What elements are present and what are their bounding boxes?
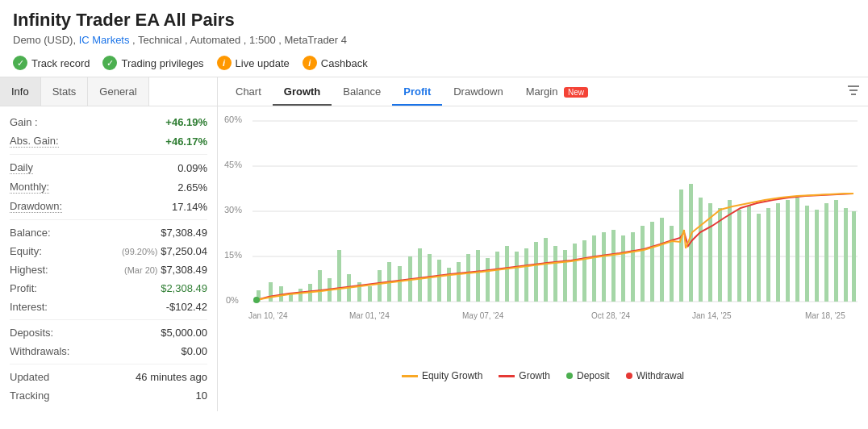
tab-stats[interactable]: Stats [41,77,89,106]
interest-value: -$102.42 [166,301,207,313]
withdrawal-dot-icon [626,373,632,379]
svg-rect-43 [553,246,557,302]
svg-rect-50 [621,235,625,302]
deposits-value: $5,000.00 [161,327,207,339]
svg-rect-39 [515,252,519,302]
badge-trading-privileges-label: Trading privileges [121,57,203,69]
badge-live-update-label: Live update [236,57,290,69]
updated-label: Updated [10,371,49,383]
growth-line-icon [499,375,515,377]
subtitle-suffix: , Technical , Automated , 1:500 , MetaTr… [129,34,347,46]
svg-rect-54 [660,218,664,302]
svg-rect-55 [670,226,674,302]
daily-label: Daily [10,161,33,174]
svg-text:Oct 28, '24: Oct 28, '24 [591,311,630,320]
filter-icon[interactable] [845,82,862,102]
svg-text:Mar 18, '25: Mar 18, '25 [805,311,845,320]
svg-rect-45 [573,244,577,302]
svg-text:30%: 30% [224,205,242,214]
svg-rect-47 [592,235,596,302]
svg-text:0%: 0% [226,295,239,305]
svg-rect-36 [486,258,490,302]
tab-balance[interactable]: Balance [332,77,392,106]
svg-rect-71 [824,203,828,302]
chart-area: 60% 45% 30% 15% 0% [218,106,868,411]
daily-row: Daily 0.09% [10,158,207,177]
legend-equity-growth: Equity Growth [402,370,482,381]
profit-row: Profit: $2,308.49 [10,279,207,298]
info-icon-2: i [303,56,317,70]
interest-label: Interest: [10,301,48,313]
svg-rect-73 [844,208,848,302]
svg-rect-63 [747,206,751,302]
withdrawals-label: Withdrawals: [10,345,69,357]
legend-equity-growth-label: Equity Growth [422,370,482,381]
new-badge: New [564,87,588,98]
interest-row: Interest: -$102.42 [10,298,207,316]
svg-rect-31 [437,260,441,302]
tab-profit[interactable]: Profit [392,77,442,106]
abs-gain-value: +46.17% [165,135,207,148]
growth-chart: 60% 45% 30% 15% 0% [224,113,862,363]
monthly-row: Monthly: 2.65% [10,177,207,197]
equity-growth-line-icon [402,375,418,377]
left-tabs: Info Stats General [0,77,217,106]
svg-rect-41 [534,242,538,302]
equity-row: Equity: (99.20%) $7,250.04 [10,242,207,260]
legend-growth-label: Growth [519,370,550,381]
tracking-row: Tracking 10 [10,386,207,405]
legend-withdrawal-label: Withdrawal [636,370,684,381]
tracking-value: 10 [196,389,207,402]
tab-margin[interactable]: Margin New [515,77,599,106]
daily-value: 0.09% [177,162,207,174]
page-title: Infinity Trader EA All Pairs [13,10,855,31]
tab-growth[interactable]: Growth [273,77,332,106]
svg-rect-24 [368,286,372,302]
svg-text:45%: 45% [224,160,242,169]
withdrawals-value: $0.00 [181,345,207,357]
svg-rect-74 [852,211,856,302]
svg-rect-14 [269,282,273,302]
svg-rect-16 [289,294,293,302]
highest-row: Highest: (Mar 20) $7,308.49 [10,260,207,279]
monthly-label: Monthly: [10,181,49,194]
balance-value: $7,308.49 [161,227,207,239]
svg-rect-67 [786,200,790,302]
svg-rect-58 [699,198,703,302]
broker-link[interactable]: IC Markets [79,34,130,46]
badge-trading-privileges: ✓ Trading privileges [102,56,203,70]
check-icon-2: ✓ [102,56,117,70]
tab-chart[interactable]: Chart [224,77,273,106]
page-header: Infinity Trader EA All Pairs Demo (USD),… [0,0,868,49]
monthly-value: 2.65% [177,181,207,194]
tab-info[interactable]: Info [0,77,41,106]
right-panel: Chart Growth Balance Profit Drawdown Mar… [218,77,868,411]
equity-value: (99.20%) $7,250.04 [122,245,207,257]
tracking-label: Tracking [10,389,49,402]
deposits-row: Deposits: $5,000.00 [10,323,207,342]
tab-general[interactable]: General [88,77,148,106]
abs-gain-row: Abs. Gain: +46.17% [10,131,207,151]
svg-rect-19 [318,270,322,302]
svg-rect-46 [582,240,586,302]
svg-rect-35 [476,250,480,302]
svg-rect-62 [737,210,741,302]
updated-value: 46 minutes ago [136,371,207,383]
page-subtitle: Demo (USD), IC Markets , Technical , Aut… [13,34,855,46]
left-panel: Info Stats General Gain : +46.19% Abs. G… [0,77,218,411]
legend-deposit: Deposit [566,370,610,381]
svg-rect-42 [544,238,548,302]
svg-rect-56 [679,190,683,302]
tab-drawdown[interactable]: Drawdown [442,77,514,106]
svg-rect-72 [834,200,838,302]
svg-rect-49 [611,230,616,302]
subtitle-prefix: Demo (USD), [13,34,79,46]
svg-rect-68 [795,198,799,302]
legend-growth: Growth [499,370,550,381]
svg-rect-29 [418,248,422,302]
equity-label: Equity: [10,245,42,257]
abs-gain-label: Abs. Gain: [10,135,59,148]
svg-rect-27 [398,266,402,302]
svg-text:Jan 14, '25: Jan 14, '25 [692,311,732,320]
svg-rect-65 [766,208,770,302]
